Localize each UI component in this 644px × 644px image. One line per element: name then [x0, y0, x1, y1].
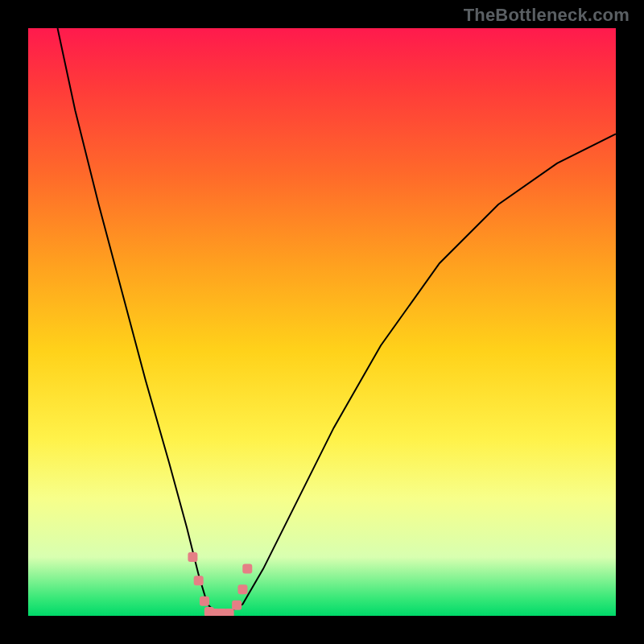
chart-frame: TheBottleneck.com: [0, 0, 644, 644]
marker-dot: [232, 601, 242, 610]
watermark-text: TheBottleneck.com: [464, 5, 630, 26]
marker-dot: [188, 552, 197, 562]
near-zero-markers: [188, 552, 252, 616]
plot-area: [28, 28, 616, 616]
marker-dot: [225, 609, 234, 616]
chart-svg: [28, 28, 616, 616]
marker-dot: [242, 564, 252, 574]
marker-dot: [237, 584, 247, 594]
marker-dot: [200, 597, 209, 606]
marker-dot: [194, 576, 204, 585]
curve-line: [58, 28, 617, 613]
